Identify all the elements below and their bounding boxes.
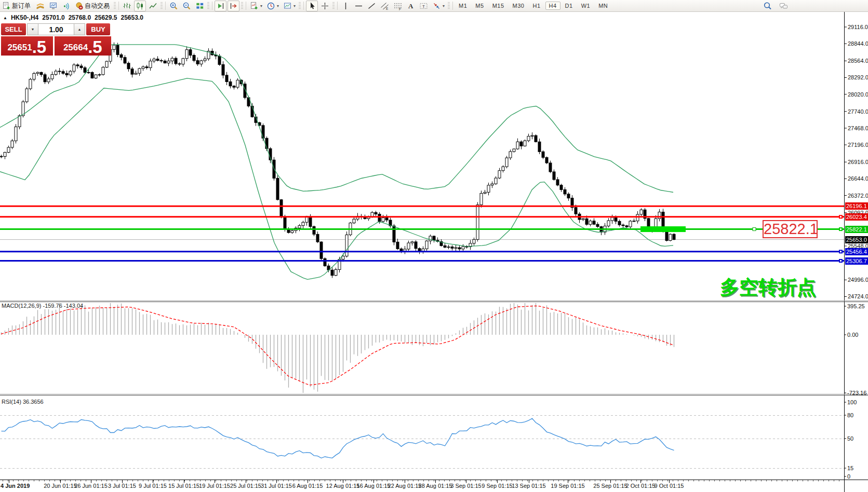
- toolbar-button-line-chart[interactable]: [147, 1, 159, 11]
- svg-text:80: 80: [847, 412, 853, 418]
- svg-text:F: F: [399, 7, 401, 10]
- svg-text:31 Jul 01:15: 31 Jul 01:15: [261, 483, 292, 489]
- svg-text:15: 15: [847, 465, 853, 471]
- timeframe-button-M1[interactable]: M1: [455, 2, 471, 10]
- svg-text:24724.0: 24724.0: [848, 293, 868, 299]
- toolbar-button-gold-chart[interactable]: [34, 1, 46, 11]
- volume-input[interactable]: 1.00: [38, 23, 74, 35]
- price-chart-canvas[interactable]: 29116.028844.028564.028292.028020.027740…: [0, 0, 868, 492]
- toolbar-button-chat[interactable]: [778, 1, 790, 11]
- price-badge-26196.1: 26196.1: [845, 202, 868, 210]
- sell-price-int: 25651: [7, 40, 32, 56]
- toolbar-button-autotrade[interactable]: 自动交易: [73, 1, 112, 11]
- toolbar-button-terminal[interactable]: [47, 1, 59, 11]
- timeframe-button-MN[interactable]: MN: [595, 2, 611, 10]
- new-order-icon: [2, 2, 11, 10]
- toolbar-group-separator: [207, 2, 209, 9]
- toolbar-button-candlestick[interactable]: [134, 1, 146, 11]
- toolbar-button-fibonacci[interactable]: F: [392, 1, 404, 11]
- sell-button[interactable]: SELL: [1, 23, 26, 35]
- toolbar-button-vertical-line[interactable]: [340, 1, 352, 11]
- search-icon: [763, 2, 772, 10]
- toolbar-left: 新订单自动交易▾▾▾EFAT▾M1M5M15M30H1H4D1W1MN: [0, 0, 612, 11]
- toolbar-button-signal[interactable]: [60, 1, 72, 11]
- timeframe-button-W1[interactable]: W1: [578, 2, 594, 10]
- cn-note-annotation[interactable]: 多空转折点: [720, 275, 816, 300]
- chevron-down-icon: ▾: [260, 4, 262, 8]
- toolbar-button-arrows[interactable]: ▾: [431, 1, 446, 11]
- channel-icon: E: [380, 2, 389, 10]
- chart-header: ▲ HK50-,H4 25701.0 25768.0 25629.5 25653…: [3, 14, 143, 21]
- toolbar-button-auto-scroll[interactable]: [215, 1, 226, 11]
- svg-text:19 Jul 01:15: 19 Jul 01:15: [199, 483, 230, 489]
- toolbar-button-text-label[interactable]: T: [418, 1, 430, 11]
- price-badge-25653.0: 25653.0: [845, 236, 868, 243]
- crosshair-icon: [321, 2, 329, 10]
- buy-price-frac: .5: [88, 38, 102, 56]
- symbol-marker-icon: ▲: [3, 16, 7, 20]
- toolbar-button-trendline[interactable]: [366, 1, 378, 11]
- toolbar-button-new-order[interactable]: 新订单: [1, 1, 33, 11]
- signal-icon: [62, 2, 71, 10]
- zoom-out-icon: [182, 2, 191, 10]
- toolbar-button-zoom-out[interactable]: [181, 1, 193, 11]
- macd-histogram-layer: [2, 303, 674, 393]
- toolbar-button-text[interactable]: A: [405, 1, 417, 11]
- toolbar-button-chart-shift[interactable]: [228, 1, 239, 11]
- toolbar-button-tile-windows[interactable]: [194, 1, 206, 11]
- fibonacci-icon: F: [393, 2, 402, 10]
- svg-text:13 Sep 01:15: 13 Sep 01:15: [512, 483, 545, 489]
- trendline-icon: [367, 2, 376, 10]
- svg-text:-723.16: -723.16: [847, 390, 866, 396]
- volume-control: ▼ 1.00 ▲: [27, 23, 85, 35]
- macd-indicator-label: MACD(12,26,9) -159.76 -143.04: [2, 303, 83, 309]
- chevron-down-icon: ▾: [443, 4, 445, 8]
- horizontal-line-icon: [354, 2, 363, 10]
- toolbar-separator: [452, 2, 453, 10]
- volume-increase-button[interactable]: ▲: [74, 23, 85, 35]
- toolbar-button-cursor[interactable]: [306, 1, 318, 11]
- tile-windows-icon: [195, 2, 204, 10]
- periods-icon: [266, 2, 275, 10]
- svg-text:26644.0: 26644.0: [848, 175, 868, 182]
- timeframe-button-H4[interactable]: H4: [545, 2, 560, 10]
- vertical-line-icon: [341, 2, 350, 10]
- text-icon: A: [406, 2, 415, 10]
- sell-price-display[interactable]: 25651 .5: [1, 36, 53, 56]
- svg-text:22 Aug 01:15: 22 Aug 01:15: [388, 483, 422, 489]
- trade-prices-row: 25651 .5 25664 .5: [1, 36, 111, 56]
- toolbar-button-indicators[interactable]: ▾: [248, 1, 264, 11]
- timeframe-button-H1[interactable]: H1: [529, 2, 544, 10]
- svg-text:3 Jul 01:15: 3 Jul 01:15: [108, 483, 136, 489]
- timeframe-button-M5[interactable]: M5: [472, 2, 487, 10]
- volume-decrease-button[interactable]: ▼: [27, 23, 38, 35]
- toolbar-button-templates[interactable]: ▾: [282, 1, 297, 11]
- toolbar-button-bar-chart[interactable]: [121, 1, 133, 11]
- price-text-annotation[interactable]: 25822.1: [763, 220, 818, 238]
- svg-text:24996.0: 24996.0: [848, 277, 868, 283]
- toolbar-button-channel[interactable]: E: [379, 1, 391, 11]
- timeframe-button-M30[interactable]: M30: [509, 2, 528, 10]
- toolbar-button-crosshair[interactable]: [319, 1, 331, 11]
- toolbar-separator: [337, 2, 338, 10]
- price-badge-25822.1: 25822.1: [845, 226, 868, 233]
- toolbar-button-periods[interactable]: ▾: [265, 1, 281, 11]
- toolbar-button-horizontal-line[interactable]: [353, 1, 365, 11]
- toolbar-separator: [246, 2, 246, 10]
- svg-text:0.00: 0.00: [847, 332, 858, 338]
- timeframe-button-M15[interactable]: M15: [489, 2, 508, 10]
- svg-text:25 Jul 01:15: 25 Jul 01:15: [230, 483, 261, 489]
- toolbar-button-zoom-in[interactable]: [168, 1, 180, 11]
- toolbar-group-separator: [299, 2, 301, 9]
- cursor-icon: [308, 2, 316, 10]
- toolbar-button-search[interactable]: [762, 1, 773, 11]
- buy-price-display[interactable]: 25664 .5: [55, 36, 111, 56]
- svg-text:15 Jul 01:15: 15 Jul 01:15: [168, 483, 199, 489]
- toolbar-group-separator: [161, 2, 163, 9]
- svg-text:19 Sep 01:15: 19 Sep 01:15: [551, 483, 584, 489]
- timeframe-button-D1[interactable]: D1: [562, 2, 577, 10]
- ohlc-high: 25768.0: [69, 14, 91, 21]
- buy-button[interactable]: BUY: [86, 23, 110, 35]
- svg-text:50: 50: [847, 435, 853, 442]
- svg-text:27468.0: 27468.0: [848, 125, 868, 131]
